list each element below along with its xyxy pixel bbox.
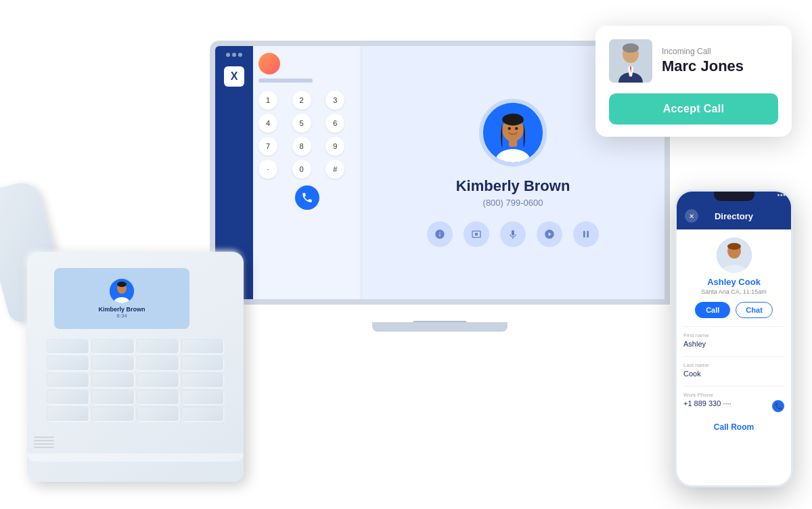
phone-key[interactable] [47,391,89,404]
incoming-call-info: Incoming Call Marc Jones [662,47,744,75]
grille-line [34,443,54,445]
incoming-call-header: Incoming Call Marc Jones [609,39,778,83]
grille-line [34,447,54,448]
dialpad-key-5[interactable]: 5 [292,114,311,133]
phone-key[interactable] [47,407,89,421]
dialpad-key-1[interactable]: 1 [258,91,277,110]
phone-key[interactable] [47,374,89,387]
phone-body: Kimberly Brown 8:34 [27,252,244,482]
mobile-body: ●●● ✕ Directory Ashley Cook Santa [675,190,793,487]
call-action-icon-4[interactable] [537,221,562,247]
mobile-last-name-value: Cook [683,370,784,378]
mobile-action-buttons: Call Chat [683,302,784,318]
call-action-icon-5[interactable] [573,221,599,247]
call-action-icon-2[interactable] [464,221,489,247]
dialpad-key-6[interactable]: 6 [325,114,344,133]
mobile-phone: ●●● ✕ Directory Ashley Cook Santa [675,190,793,487]
phone-keypad [47,340,223,421]
svg-point-11 [117,282,127,287]
desk-phone: Kimberly Brown 8:34 [14,198,271,482]
phone-key[interactable] [92,357,133,370]
mobile-first-name-section: First name Ashley [683,326,784,356]
svg-point-14 [727,243,741,250]
accept-call-button[interactable]: Accept Call [609,93,778,125]
contact-avatar-large [479,99,547,167]
mobile-work-phone-value: +1 889 330 ···· [683,399,731,407]
phone-key[interactable] [137,357,179,370]
sidebar-dot [232,53,236,57]
mobile-last-name-label: Last name [683,362,784,368]
call-action-icons [427,221,599,247]
dialpad-contact-avatar [258,53,280,74]
contact-name: Kimberly Brown [456,177,570,195]
phone-key[interactable] [182,340,223,353]
dialpad-key-0[interactable]: 0 [292,160,311,179]
call-action-icon-1[interactable] [427,221,453,247]
caller-avatar [609,39,652,83]
dialpad-key-dot[interactable]: · [258,160,277,179]
dialpad-name-bar [258,79,313,83]
dialpad-key-7[interactable]: 7 [258,137,277,156]
phone-key[interactable] [137,407,179,421]
mobile-work-phone-row: +1 889 330 ···· 📞 [683,399,784,413]
phone-screen: Kimberly Brown 8:34 [54,268,189,329]
laptop-base [372,322,508,332]
phone-key[interactable] [137,374,179,387]
incoming-call-card: Incoming Call Marc Jones Accept Call [595,26,792,137]
incoming-call-label: Incoming Call [662,47,744,56]
phone-screen-avatar [110,279,134,303]
mobile-contact-section: Ashley Cook Santa Ana CA, 11:15am [683,238,784,295]
phone-key[interactable] [137,340,179,353]
phone-key[interactable] [47,357,89,370]
mobile-close-button[interactable]: ✕ [685,209,698,223]
mobile-last-name-section: Last name Cook [683,356,784,386]
dialpad-key-2[interactable]: 2 [292,91,311,110]
phone-key[interactable] [182,407,223,421]
mobile-header: ✕ Directory [677,197,791,229]
mobile-chat-button[interactable]: Chat [736,302,772,318]
mobile-first-name-value: Ashley [683,340,784,348]
dialpad-key-3[interactable]: 3 [325,91,344,110]
mobile-header-title: Directory [698,211,769,221]
phone-key[interactable] [137,391,179,404]
phone-base-strip [27,453,244,462]
dialpad-grid: 1 2 3 4 5 6 7 8 9 · 0 # [258,91,355,179]
phone-screen-name: Kimberly Brown [98,306,145,313]
phone-key[interactable] [182,357,223,370]
phone-key[interactable] [92,391,133,404]
sidebar-logo-icon[interactable]: X [224,66,244,87]
phone-key[interactable] [182,391,223,404]
mobile-contact-name: Ashley Cook [707,277,761,287]
phone-key[interactable] [92,374,133,387]
mobile-phone-icon[interactable]: 📞 [772,400,784,412]
phone-key[interactable] [92,340,133,353]
contact-phone: (800) 799-0600 [483,198,543,208]
dialpad-key-4[interactable]: 4 [258,114,277,133]
svg-point-8 [515,127,518,129]
sidebar-dot [238,53,242,57]
grille-line [34,437,54,438]
mobile-work-phone-section: Work Phone +1 889 330 ···· 📞 [683,386,784,416]
sidebar-dots [226,53,242,57]
speaker-grille [34,437,54,448]
mobile-first-name-label: First name [683,332,784,338]
phone-screen-time: 8:34 [116,313,127,319]
sidebar-dot [226,53,230,57]
mobile-content: Ashley Cook Santa Ana CA, 11:15am Call C… [677,229,791,432]
svg-point-2 [623,43,639,53]
mobile-call-button[interactable]: Call [695,302,730,318]
dialpad-key-hash[interactable]: # [325,160,344,179]
dialpad-key-9[interactable]: 9 [325,137,344,156]
mobile-work-phone-label: Work Phone [683,392,784,398]
dialpad-call-button[interactable] [295,185,319,210]
phone-key[interactable] [182,374,223,387]
svg-point-6 [502,113,524,125]
caller-name: Marc Jones [662,58,744,75]
mobile-call-room-button[interactable]: Call Room [683,416,784,432]
mobile-contact-location: Santa Ana CA, 11:15am [701,288,767,295]
call-action-icon-3[interactable] [500,221,526,247]
dialpad-key-8[interactable]: 8 [292,137,311,156]
mobile-notch [714,192,754,201]
phone-key[interactable] [47,340,89,353]
phone-key[interactable] [92,407,133,421]
